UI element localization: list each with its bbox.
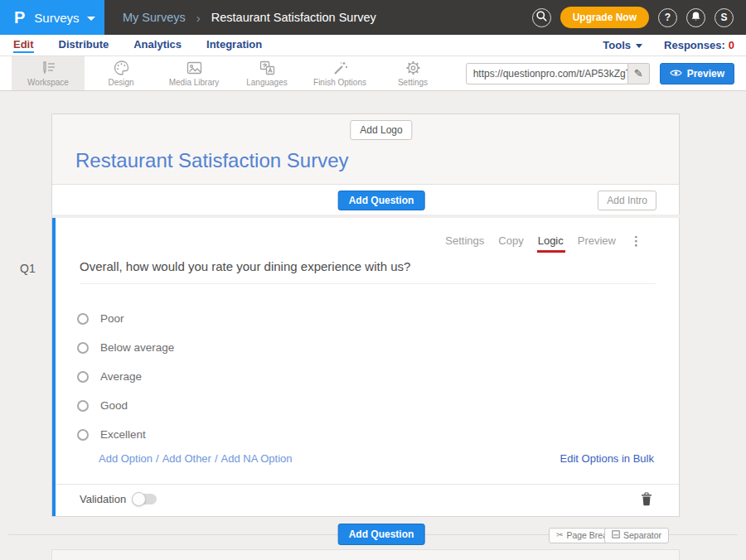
eye-icon bbox=[670, 68, 682, 80]
option-label[interactable]: Excellent bbox=[100, 428, 146, 441]
question-preview-link[interactable]: Preview bbox=[578, 234, 616, 247]
add-question-row: Add Question Add Intro bbox=[52, 185, 679, 215]
add-na-option-link[interactable]: Add NA Option bbox=[221, 452, 293, 465]
gear-icon bbox=[404, 60, 422, 76]
toolbar-item-design[interactable]: Design bbox=[85, 56, 157, 90]
toolbar-item-finish-options[interactable]: Finish Options bbox=[303, 56, 376, 90]
edit-url-button[interactable]: ✎ bbox=[628, 63, 650, 84]
question-copy-link[interactable]: Copy bbox=[498, 234, 523, 247]
toggle-knob bbox=[132, 492, 146, 506]
toolbar-right: https://questionpro.com/t/AP53kZgTV ✎ Pr… bbox=[466, 56, 746, 90]
validation-toggle[interactable] bbox=[133, 494, 157, 504]
preview-label: Preview bbox=[687, 68, 724, 80]
add-option-link[interactable]: Add Option bbox=[99, 452, 153, 465]
upgrade-now-button[interactable]: Upgrade Now bbox=[560, 7, 649, 28]
breadcrumb-separator: › bbox=[196, 11, 201, 25]
option-row: Poor bbox=[77, 304, 174, 333]
survey-url-field[interactable]: https://questionpro.com/t/AP53kZgTV bbox=[466, 63, 628, 84]
survey-editor-canvas: Q1 Add Logo Restaurant Satisfaction Surv… bbox=[0, 91, 746, 560]
app-window: P Surveys My Surveys › Restaurant Satisf… bbox=[0, 0, 746, 560]
logic-label: Logic bbox=[538, 234, 564, 247]
toolbar-item-label: Design bbox=[108, 78, 133, 87]
notifications-button[interactable] bbox=[686, 8, 705, 27]
question-text[interactable]: Overall, how would you rate your dining … bbox=[80, 259, 410, 273]
product-name: Surveys bbox=[34, 11, 79, 25]
tools-label: Tools bbox=[603, 39, 631, 51]
add-question-button-bottom[interactable]: Add Question bbox=[338, 524, 425, 545]
chevron-down-icon bbox=[636, 44, 642, 48]
help-button[interactable]: ? bbox=[658, 8, 677, 27]
responses-counter[interactable]: Responses:0 bbox=[664, 39, 734, 51]
editor-toolbar: Workspace Design Media Library Languages… bbox=[0, 56, 746, 91]
delete-question-button[interactable] bbox=[641, 492, 652, 509]
pencil-icon: ✎ bbox=[634, 67, 643, 80]
radio-button-icon[interactable] bbox=[77, 313, 89, 325]
responses-count: 0 bbox=[729, 39, 734, 51]
radio-button-icon[interactable] bbox=[77, 400, 89, 412]
option-row: Below average bbox=[77, 333, 174, 362]
nav-tabs: Edit Distribute Analytics Integration bbox=[13, 38, 262, 53]
validation-label: Validation bbox=[80, 493, 126, 505]
question-text-underline bbox=[80, 283, 656, 284]
survey-header-section: Add Logo Restaurant Satisfaction Survey bbox=[52, 114, 679, 185]
tab-integration[interactable]: Integration bbox=[206, 38, 262, 53]
option-label[interactable]: Average bbox=[100, 370, 142, 383]
add-logo-button[interactable]: Add Logo bbox=[350, 120, 412, 140]
preview-button[interactable]: Preview bbox=[660, 63, 734, 84]
nav-right: Tools Responses:0 bbox=[603, 39, 734, 51]
more-options-icon[interactable]: ⋮ bbox=[630, 234, 642, 247]
survey-card: Add Logo Restaurant Satisfaction Survey … bbox=[51, 113, 680, 517]
magic-wand-icon bbox=[332, 60, 349, 76]
breadcrumb: My Surveys › Restaurant Satisfaction Sur… bbox=[123, 11, 376, 25]
option-row: Good bbox=[77, 391, 174, 420]
radio-button-icon[interactable] bbox=[77, 342, 89, 354]
option-label[interactable]: Below average bbox=[100, 341, 174, 354]
option-label[interactable]: Poor bbox=[100, 312, 124, 325]
avatar-initial: S bbox=[720, 12, 727, 23]
survey-title[interactable]: Restaurant Satisfaction Survey bbox=[75, 149, 349, 172]
tools-dropdown[interactable]: Tools bbox=[603, 39, 642, 51]
add-intro-button[interactable]: Add Intro bbox=[598, 191, 656, 210]
option-label[interactable]: Good bbox=[100, 399, 128, 412]
option-links: Add Option/Add Other/Add NA Option bbox=[99, 452, 293, 465]
toolbar-item-label: Languages bbox=[246, 78, 288, 87]
radio-button-icon[interactable] bbox=[77, 429, 89, 441]
top-bar: P Surveys My Surveys › Restaurant Satisf… bbox=[0, 0, 746, 35]
question-mark-icon: ? bbox=[665, 12, 671, 23]
add-question-button-top[interactable]: Add Question bbox=[338, 191, 425, 210]
toolbar-item-label: Workspace bbox=[27, 78, 69, 87]
tab-edit[interactable]: Edit bbox=[13, 38, 34, 53]
edit-options-in-bulk-link[interactable]: Edit Options in Bulk bbox=[560, 452, 654, 465]
toolbar-item-settings[interactable]: Settings bbox=[376, 56, 449, 90]
toolbar-item-label: Finish Options bbox=[313, 78, 366, 87]
option-row: Excellent bbox=[77, 420, 174, 449]
account-avatar[interactable]: S bbox=[715, 8, 734, 27]
toolbar-item-media-library[interactable]: Media Library bbox=[157, 56, 230, 90]
breadcrumb-my-surveys[interactable]: My Surveys bbox=[123, 11, 186, 24]
responses-label: Responses: bbox=[664, 39, 725, 51]
search-button[interactable] bbox=[532, 8, 551, 27]
toolbar-item-label: Media Library bbox=[169, 78, 220, 87]
radio-button-icon[interactable] bbox=[77, 371, 89, 383]
image-icon bbox=[186, 60, 203, 76]
toolbar-item-languages[interactable]: Languages bbox=[230, 56, 303, 90]
toolbar-item-workspace[interactable]: Workspace bbox=[12, 56, 85, 90]
answer-options-list: Poor Below average Average Good bbox=[77, 304, 174, 449]
separator-button[interactable]: Separator bbox=[604, 528, 669, 543]
breadcrumb-survey-name: Restaurant Satisfaction Survey bbox=[211, 11, 376, 24]
question-footer-divider bbox=[56, 484, 679, 485]
tab-distribute[interactable]: Distribute bbox=[59, 38, 109, 53]
question-settings-link[interactable]: Settings bbox=[445, 234, 484, 247]
trash-icon bbox=[641, 495, 652, 509]
tab-analytics[interactable]: Analytics bbox=[133, 38, 182, 53]
link-separator: / bbox=[215, 452, 218, 465]
survey-link-group: https://questionpro.com/t/AP53kZgTV ✎ bbox=[466, 63, 650, 84]
question-logic-link[interactable]: Logic bbox=[538, 234, 564, 247]
add-other-link[interactable]: Add Other bbox=[162, 452, 211, 465]
translate-icon bbox=[259, 60, 276, 76]
questionpro-logo: P bbox=[14, 8, 25, 27]
scissors-icon: ✂ bbox=[556, 531, 563, 539]
product-switcher[interactable]: P Surveys bbox=[0, 0, 104, 35]
link-separator: / bbox=[156, 452, 159, 465]
separator-box-icon bbox=[612, 530, 620, 540]
